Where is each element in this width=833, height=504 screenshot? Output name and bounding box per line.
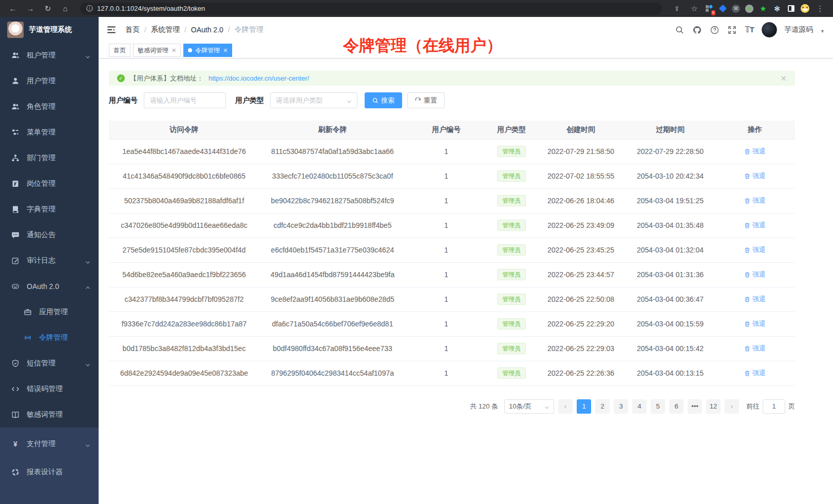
sidebar-item-audit[interactable]: 审计日志 xyxy=(0,248,99,274)
force-logout-button[interactable]: 强退 xyxy=(744,221,766,230)
table-row: 6d842e2924594de9a09e45e087323abe8796295f… xyxy=(109,361,795,385)
bookmark-star-icon[interactable]: ☆ xyxy=(687,3,702,15)
breadcrumb-home[interactable]: 首页 xyxy=(125,25,140,34)
create-time-cell: 2022-06-25 22:50:08 xyxy=(536,287,626,312)
force-logout-button[interactable]: 强退 xyxy=(744,369,766,378)
force-logout-button[interactable]: 强退 xyxy=(744,344,766,353)
extension-gem-icon[interactable] xyxy=(718,4,727,13)
sidebar-item-post[interactable]: 岗位管理 xyxy=(0,171,99,197)
force-logout-button[interactable]: 强退 xyxy=(744,196,766,205)
sidebar-item-pay[interactable]: ¥ 支付管理 xyxy=(0,430,99,458)
action-cell: 强退 xyxy=(715,213,795,238)
sidebar-item-oauth[interactable]: OAuth 2.0 xyxy=(0,274,99,299)
tab-token[interactable]: 令牌管理 ✕ xyxy=(183,44,232,57)
force-logout-button[interactable]: 强退 xyxy=(744,171,766,181)
annotation-text: 令牌管理（在线用户） xyxy=(343,35,502,56)
sidebar-item-role[interactable]: 角色管理 xyxy=(0,94,99,120)
fullscreen-icon[interactable] xyxy=(727,25,737,35)
table-row: 41c41346a548490f9dc8b01c6bfe0865333ecfc7… xyxy=(109,164,795,188)
page-button-1[interactable]: 1 xyxy=(577,399,591,414)
page-button-4[interactable]: 4 xyxy=(632,399,647,414)
extension-record-icon[interactable] xyxy=(745,4,754,13)
user-type-select[interactable]: 请选择用户类型 xyxy=(270,92,357,108)
collapse-sidebar-icon[interactable] xyxy=(106,24,117,35)
force-logout-button[interactable]: 强退 xyxy=(744,270,766,279)
doc-link[interactable]: https://doc.iocoder.cn/user-center/ xyxy=(209,74,309,82)
site-info-icon[interactable]: ⓘ xyxy=(86,5,93,12)
sidebar-item-sensitive[interactable]: 敏感词管理 xyxy=(0,402,99,428)
reload-icon[interactable]: ↻ xyxy=(40,3,55,15)
sidebar-item-menu[interactable]: 菜单管理 xyxy=(0,120,99,145)
avatar[interactable] xyxy=(762,22,777,37)
sidebar-item-report-designer[interactable]: 报表设计器 xyxy=(0,458,99,486)
reset-button[interactable]: 重置 xyxy=(407,92,445,108)
share-icon[interactable]: ⇪ xyxy=(669,3,685,15)
sidebar-item-token-manage[interactable]: 令牌管理 xyxy=(0,325,99,351)
sidebar-item-notice[interactable]: 通知公告 xyxy=(0,222,99,248)
user-id-cell: 1 xyxy=(406,188,487,213)
expire-time-cell: 2054-03-10 20:42:34 xyxy=(626,164,715,188)
page-button-12[interactable]: 12 xyxy=(706,399,721,414)
user-id-cell: 1 xyxy=(406,238,487,262)
search-icon[interactable] xyxy=(674,25,685,35)
sidebar-item-tenant[interactable]: 租户管理 xyxy=(0,43,99,68)
extension-star-icon[interactable]: ★ xyxy=(759,4,768,13)
page-button-2[interactable]: 2 xyxy=(595,399,610,414)
force-logout-button[interactable]: 强退 xyxy=(744,295,766,304)
page-button-3[interactable]: 3 xyxy=(614,399,628,414)
address-bar[interactable]: ⓘ 127.0.0.1:1024/system/oauth2/token xyxy=(80,3,662,15)
breadcrumb-oauth[interactable]: OAuth 2.0 xyxy=(191,26,223,34)
sidebar-item-sms[interactable]: 短信管理 xyxy=(0,351,99,376)
next-page-button[interactable]: › xyxy=(725,399,739,414)
force-logout-button[interactable]: 强退 xyxy=(744,245,766,255)
expire-time-cell: 2054-03-04 00:15:42 xyxy=(626,336,715,361)
force-logout-button[interactable]: 强退 xyxy=(744,319,766,328)
browser-menu-icon[interactable]: ⋮ xyxy=(812,3,828,15)
prev-page-button[interactable]: ‹ xyxy=(558,399,573,414)
breadcrumb-system[interactable]: 系统管理 xyxy=(151,25,180,34)
font-size-icon[interactable]: 𝕋T xyxy=(744,25,754,35)
extensions-puzzle-icon[interactable]: ✻ xyxy=(772,4,782,13)
github-icon[interactable] xyxy=(692,25,702,35)
user-id-cell: 1 xyxy=(406,336,487,361)
refresh-token-cell: be90422b8c7946218275a508bf524fc9 xyxy=(259,188,406,213)
goto-page-input[interactable] xyxy=(763,399,785,414)
user-type-cell: 管理员 xyxy=(487,312,536,336)
column-header: 用户类型 xyxy=(487,121,536,139)
action-cell: 强退 xyxy=(715,188,795,213)
search-button[interactable]: 搜索 xyxy=(365,92,402,108)
sidebar-item-errcode[interactable]: 错误码管理 xyxy=(0,376,99,402)
profile-emoji-icon[interactable] xyxy=(800,4,809,13)
close-icon[interactable]: ✕ xyxy=(172,47,176,54)
access-token-cell: 41c41346a548490f9dc8b01c6bfe0865 xyxy=(109,164,259,188)
back-icon[interactable]: ← xyxy=(5,3,21,15)
tab-sensitive[interactable]: 敏感词管理 ✕ xyxy=(133,44,181,57)
more-pages-button[interactable]: ••• xyxy=(688,399,702,414)
side-panel-icon[interactable] xyxy=(786,4,796,13)
user-name[interactable]: 芋道源码 xyxy=(784,25,813,34)
sidebar-item-dict[interactable]: 字典管理 xyxy=(0,197,99,222)
sidebar-item-app-manage[interactable]: 应用管理 xyxy=(0,299,99,325)
close-icon[interactable]: ✕ xyxy=(223,47,228,54)
page-button-5[interactable]: 5 xyxy=(651,399,665,414)
column-header: 创建时间 xyxy=(536,121,626,139)
extension-blocks-icon[interactable]: 9 xyxy=(704,4,713,13)
success-check-icon: ✓ xyxy=(117,74,125,82)
page-size-select[interactable]: 10条/页 xyxy=(504,399,554,414)
create-time-cell: 2022-07-02 18:55:55 xyxy=(536,164,626,188)
app-logo[interactable]: 芋道管理系统 xyxy=(0,17,99,43)
user-id-input[interactable] xyxy=(144,92,226,108)
sidebar-item-dept[interactable]: 部门管理 xyxy=(0,145,99,171)
force-logout-button[interactable]: 强退 xyxy=(744,147,766,156)
sidebar-item-user[interactable]: 用户管理 xyxy=(0,68,99,94)
home-icon[interactable]: ⌂ xyxy=(58,3,73,15)
tab-home[interactable]: 首页 xyxy=(109,44,130,57)
extension-command-icon[interactable]: ⌘ xyxy=(732,5,740,13)
user-caret-icon[interactable]: ▼ xyxy=(820,29,825,34)
help-icon[interactable] xyxy=(709,25,720,35)
page-button-6[interactable]: 6 xyxy=(669,399,684,414)
alert-close-icon[interactable]: ✕ xyxy=(780,74,787,83)
action-cell: 强退 xyxy=(715,262,795,287)
expire-time-cell: 2054-03-04 00:36:47 xyxy=(626,287,715,312)
forward-icon[interactable]: → xyxy=(23,3,38,15)
